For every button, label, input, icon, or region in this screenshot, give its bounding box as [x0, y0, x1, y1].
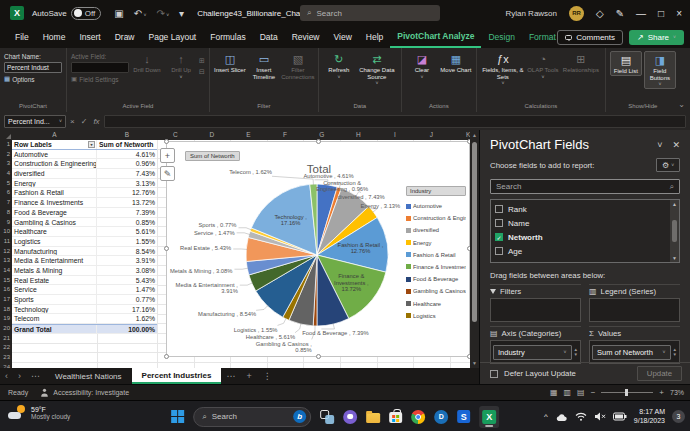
pencil-icon[interactable]: ✎ [616, 8, 624, 19]
battery-icon[interactable] [613, 412, 627, 421]
insert-function-icon[interactable]: fx [93, 117, 99, 126]
volume-muted-icon[interactable] [594, 412, 606, 421]
row-header-6[interactable]: 6 [0, 188, 12, 198]
scroll-down-icon[interactable]: ▼ [472, 358, 477, 368]
pivot-row[interactable]: Media & Entertainment3.91% [12, 256, 157, 266]
undo-icon[interactable]: ↶ ˅ [134, 8, 147, 19]
name-box[interactable]: Percent Ind...˅ [4, 115, 66, 128]
panel-gear-button[interactable]: ⚙˅ [656, 158, 680, 172]
avatar[interactable]: RR [569, 6, 584, 21]
normal-view-icon[interactable]: ▦ [550, 388, 558, 397]
pivot-header-row[interactable]: ▾Row Labels Sum of Networth [12, 140, 157, 150]
menu-tab-review[interactable]: Review [285, 26, 327, 48]
column-header-G[interactable]: G [303, 130, 340, 140]
restore-button[interactable]: □ [658, 8, 664, 19]
menu-tab-home[interactable]: Home [36, 26, 73, 48]
fields-list-scrollbar[interactable]: ▲▼ [670, 200, 679, 262]
chart-legend[interactable]: Industry AutomotiveConstruction & Engine… [406, 186, 466, 325]
chart-handle[interactable] [467, 246, 470, 251]
pivot-row[interactable]: Finance & Investments13.72% [12, 198, 157, 208]
task-view-button[interactable] [320, 410, 334, 424]
excel-taskbar-slot[interactable]: X [479, 406, 499, 428]
row-header-9[interactable]: 9 [0, 218, 12, 228]
onedrive-cloud-icon[interactable] [555, 412, 568, 422]
field-list-button[interactable]: ▤Field List [610, 51, 642, 76]
pivot-row[interactable]: Healthcare5.61% [12, 227, 157, 237]
clock[interactable]: 8:17 AM9/18/2023 [634, 408, 665, 425]
formula-input[interactable] [104, 115, 686, 128]
column-header-B[interactable]: B [97, 130, 157, 140]
excel-app-icon[interactable]: X [10, 6, 24, 20]
column-header-C[interactable]: C [157, 130, 194, 140]
row-header-15[interactable]: 15 [0, 276, 12, 286]
zoom-level[interactable]: 73% [670, 389, 684, 396]
comments-button[interactable]: Comments [557, 30, 623, 45]
column-header-F[interactable]: F [267, 130, 304, 140]
pivot-row[interactable]: Fashion & Retail12.76% [12, 188, 157, 198]
legend-area-box[interactable] [589, 298, 680, 322]
menu-tab-page-layout[interactable]: Page Layout [142, 26, 204, 48]
vertical-scrollbar[interactable]: ▲ ▼ [470, 130, 479, 368]
chrome-icon[interactable] [411, 410, 425, 424]
chart-handle[interactable] [164, 354, 169, 359]
zoom-out-icon[interactable]: − [591, 388, 596, 397]
cancel-icon[interactable]: × [70, 117, 75, 126]
wifi-icon[interactable] [575, 412, 587, 421]
field-buttons-button[interactable]: ◨Field Buttons˅ [644, 51, 676, 89]
row-header-7[interactable]: 7 [0, 198, 12, 208]
spinner-icons[interactable]: ▲▼ [673, 347, 677, 357]
pivot-row[interactable]: Metals & Mining3.08% [12, 266, 157, 276]
menu-tab-view[interactable]: View [327, 26, 359, 48]
pivot-grand-total-row[interactable]: Grand Total 100.00% [12, 324, 157, 334]
scrollbar-thumb[interactable] [472, 142, 477, 322]
row-header-12[interactable]: 12 [0, 247, 12, 257]
fields-items-sets-button[interactable]: ƒxFields, Items, & Sets˅ [481, 51, 525, 87]
zoom-in-icon[interactable]: + [659, 388, 664, 397]
row-header-14[interactable]: 14 [0, 266, 12, 276]
pivot-row[interactable]: diversified7.43% [12, 169, 157, 179]
user-name[interactable]: Rylan Rawson [505, 9, 557, 18]
field-checkbox[interactable] [495, 219, 503, 227]
column-header-D[interactable]: D [194, 130, 231, 140]
pivot-row[interactable]: Real Estate5.43% [12, 276, 157, 286]
weather-widget[interactable]: 59°FMostly cloudy [8, 405, 70, 420]
start-button[interactable] [171, 410, 184, 423]
pivot-row[interactable]: Automotive4.61% [12, 150, 157, 160]
row-header-18[interactable]: 18 [0, 305, 12, 315]
close-button[interactable]: × [676, 8, 682, 19]
axis-field-chip[interactable]: Industry˅ [493, 345, 572, 360]
row-header-5[interactable]: 5 [0, 179, 12, 189]
field-checkbox[interactable] [495, 247, 503, 255]
column-header-J[interactable]: J [413, 130, 450, 140]
legend-field-button[interactable]: Industry [406, 186, 466, 196]
document-title[interactable]: Challenge43_Billionaire_Chart_... [197, 9, 316, 18]
sheet-nav-right-icon[interactable]: › [13, 371, 26, 381]
chart-value-field-button[interactable]: Sum of Networth [185, 151, 240, 161]
add-sheet-button[interactable]: + [240, 371, 257, 381]
taskbar-search[interactable]: ⌕ Search b [193, 407, 311, 427]
spinner-icons[interactable]: ▲▼ [574, 347, 578, 357]
sheet-tab-percent-industries[interactable]: Percent Industries [132, 368, 222, 384]
page-break-view-icon[interactable]: ▤ [577, 388, 585, 397]
row-header-17[interactable]: 17 [0, 295, 12, 305]
column-header-H[interactable]: H [340, 130, 377, 140]
row-header-11[interactable]: 11 [0, 237, 12, 247]
values-field-chip[interactable]: Sum of Networth˅ [592, 345, 671, 360]
field-item-networth[interactable]: ✓Networth [495, 230, 670, 244]
defer-layout-checkbox[interactable] [490, 370, 498, 378]
sheet-more-icon[interactable]: ⋯ [221, 371, 240, 381]
autosave-toggle[interactable]: Off [71, 7, 102, 20]
pivot-row[interactable]: Sports0.77% [12, 295, 157, 305]
hidden-icons-chevron[interactable]: ^ [544, 412, 548, 421]
diamond-icon[interactable]: ◇ [596, 8, 604, 19]
enter-icon[interactable]: ✓ [81, 117, 88, 126]
row-header-4[interactable]: 4 [0, 169, 12, 179]
chat-app-icon[interactable] [343, 410, 357, 424]
zoom-slider[interactable] [601, 392, 653, 393]
save-icon[interactable]: ▣ [114, 8, 123, 19]
pivot-row[interactable]: Construction & Engineering0.96% [12, 159, 157, 169]
field-checkbox[interactable]: ✓ [495, 233, 503, 241]
row-header-3[interactable]: 3 [0, 159, 12, 169]
row-header-1[interactable]: 1 [0, 140, 12, 150]
pivot-chart[interactable]: + ✎ Automotive , 4.61%Construction &Engi… [166, 141, 470, 357]
